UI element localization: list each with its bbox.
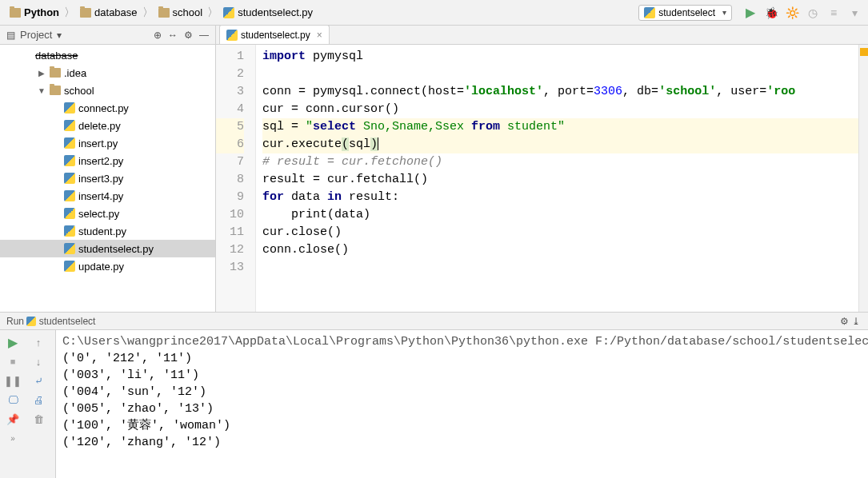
tab-studentselect[interactable]: studentselect.py × [219,25,330,44]
main-area: ▤ Project ▾ ⊕ ↔ ⚙ — database▶.idea▼schoo… [0,26,868,312]
gear-icon[interactable]: ⚙ [838,316,850,327]
project-label: Project [20,29,52,41]
run-header: Run studentselect ⚙ ⤓ [0,313,868,330]
run-target-name: studentselect [39,316,96,327]
breadcrumb: Python〉database〉school〉studentselect.py [6,5,638,20]
run-prefix: Run [6,316,24,327]
python-icon [64,102,75,114]
run-body: ▶ ■ ❚❚ 🖵 📌 » ↑ ↓ ⤶ 🖨 🗑 C:\Users\wangprin… [0,330,868,478]
code-editor[interactable]: 12345678910111213 import pymysql conn = … [216,45,868,312]
chevron-right-icon: 〉 [207,6,218,20]
expand-arrow-icon[interactable]: ▶ [37,69,46,78]
tree-item-label: insert4.py [78,190,123,202]
project-tree[interactable]: database▶.idea▼schoolconnect.pydelete.py… [0,45,215,312]
toolbar-actions: ▶ 🐞 🔆 ◷ ≡ ▾ [743,6,862,20]
more-button[interactable]: ▾ [847,6,862,20]
tree-item-label: studentselect.py [78,243,154,255]
python-icon [64,208,75,219]
breadcrumb-label: Python [24,6,59,18]
locate-icon[interactable]: ⊕ [152,30,163,41]
python-icon [64,261,75,272]
python-icon [26,317,36,326]
expand-button[interactable]: » [4,429,22,447]
breadcrumb-item[interactable]: Python [6,5,62,20]
tree-item[interactable]: delete.py [0,117,215,134]
pause-button[interactable]: ❚❚ [4,372,22,389]
tree-item[interactable]: student.py [0,222,215,240]
run-config-selector[interactable]: studentselect [638,5,732,21]
code-content[interactable]: import pymysql conn = pymysql.connect(ho… [256,45,868,312]
tree-item-label: insert3.py [78,173,123,185]
up-button[interactable]: ↑ [30,333,47,351]
tree-item-label: delete.py [78,120,121,132]
tree-item[interactable]: select.py [0,205,215,222]
folder-icon [158,8,170,18]
folder-icon [50,86,61,95]
python-icon [64,137,75,149]
tree-item[interactable]: insert2.py [0,152,215,169]
print-button[interactable]: 🖨 [30,391,47,408]
folder-icon [50,68,61,78]
debug-button[interactable]: 🐞 [764,6,778,20]
project-panel: ▤ Project ▾ ⊕ ↔ ⚙ — database▶.idea▼schoo… [0,26,216,312]
tree-item[interactable]: ▼school [0,82,215,99]
folder-icon [10,8,21,18]
chevron-right-icon: 〉 [142,6,154,20]
close-icon[interactable]: × [317,30,322,41]
python-icon [64,243,75,254]
coverage-button[interactable]: 🔆 [785,6,799,20]
project-view-icon[interactable]: ▤ [5,30,17,41]
run-tool-window: Run studentselect ⚙ ⤓ ▶ ■ ❚❚ 🖵 📌 » ↑ ↓ ⤶… [0,312,868,478]
tree-item-label: database [35,50,78,62]
tree-item[interactable]: insert.py [0,134,215,152]
tree-item-label: update.py [78,261,124,273]
tree-item[interactable]: database [0,46,215,64]
status-strip [858,45,868,312]
collapse-icon[interactable]: ↔ [166,30,179,41]
tree-item-label: student.py [78,225,126,237]
tree-item[interactable]: connect.py [0,99,215,117]
concurrent-button[interactable]: ≡ [826,6,841,20]
trash-button[interactable]: 🗑 [30,410,47,428]
tree-item[interactable]: insert4.py [0,187,215,205]
expand-arrow-icon[interactable]: ▼ [37,86,46,95]
stop-button[interactable]: ■ [4,353,22,370]
breadcrumb-item[interactable]: database [77,5,141,20]
settings-icon[interactable]: ⚙ [182,30,194,41]
tree-item-label: school [64,85,94,97]
hide-icon[interactable]: — [198,30,210,41]
gutter: 12345678910111213 [216,45,256,312]
profile-button[interactable]: ◷ [806,6,820,20]
project-header: ▤ Project ▾ ⊕ ↔ ⚙ — [0,26,215,45]
tree-item-label: connect.py [78,102,129,114]
dropdown-icon[interactable]: ▾ [55,30,63,41]
tree-item[interactable]: studentselect.py [0,240,215,257]
pin-button[interactable]: 📌 [4,410,22,428]
tree-item[interactable]: update.py [0,257,215,275]
wrap-button[interactable]: ⤶ [30,372,47,389]
dump-button[interactable]: 🖵 [4,391,22,408]
run-button[interactable]: ▶ [743,6,758,20]
tree-item-label: select.py [78,208,119,220]
breadcrumb-item[interactable]: studentselect.py [220,5,316,20]
top-toolbar: Python〉database〉school〉studentselect.py … [0,0,868,26]
download-icon[interactable]: ⤓ [850,316,862,327]
breadcrumb-label: studentselect.py [238,6,313,18]
warning-mark [860,48,868,56]
breadcrumb-item[interactable]: school [155,5,206,20]
python-icon [64,190,75,201]
tree-item[interactable]: ▶.idea [0,64,215,82]
down-button[interactable]: ↓ [30,353,47,370]
python-icon [64,155,75,166]
python-icon [64,225,75,237]
python-icon [644,7,655,18]
run-gutter: ▶ ■ ❚❚ 🖵 📌 » ↑ ↓ ⤶ 🖨 🗑 [0,330,56,478]
rerun-button[interactable]: ▶ [4,333,22,351]
editor-tabs: studentselect.py × [216,26,868,45]
folder-icon [80,8,91,18]
python-icon [226,30,238,41]
tree-item-label: insert2.py [78,155,123,167]
console-output[interactable]: C:\Users\wangprince2017\AppData\Local\Pr… [56,330,868,478]
chevron-right-icon: 〉 [64,6,75,20]
tree-item[interactable]: insert3.py [0,169,215,187]
